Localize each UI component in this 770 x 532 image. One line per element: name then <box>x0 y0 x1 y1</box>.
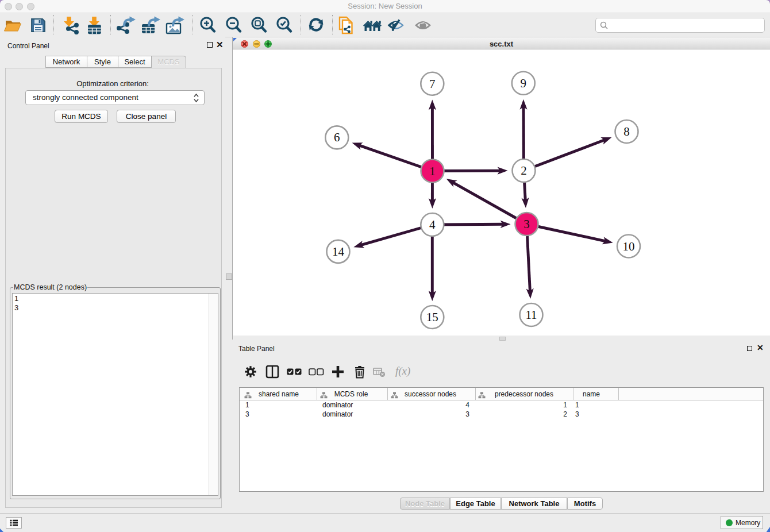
svg-text:15: 15 <box>426 310 438 324</box>
svg-text:7: 7 <box>429 77 436 91</box>
svg-text:1: 1 <box>429 164 436 178</box>
svg-text:11: 11 <box>525 308 537 322</box>
svg-text:9: 9 <box>521 76 527 90</box>
svg-text:14: 14 <box>332 245 345 259</box>
svg-text:3: 3 <box>523 217 530 231</box>
svg-text:6: 6 <box>334 130 340 144</box>
svg-text:8: 8 <box>623 125 630 138</box>
svg-text:4: 4 <box>429 218 436 232</box>
svg-text:2: 2 <box>521 164 527 178</box>
svg-text:10: 10 <box>623 240 635 253</box>
